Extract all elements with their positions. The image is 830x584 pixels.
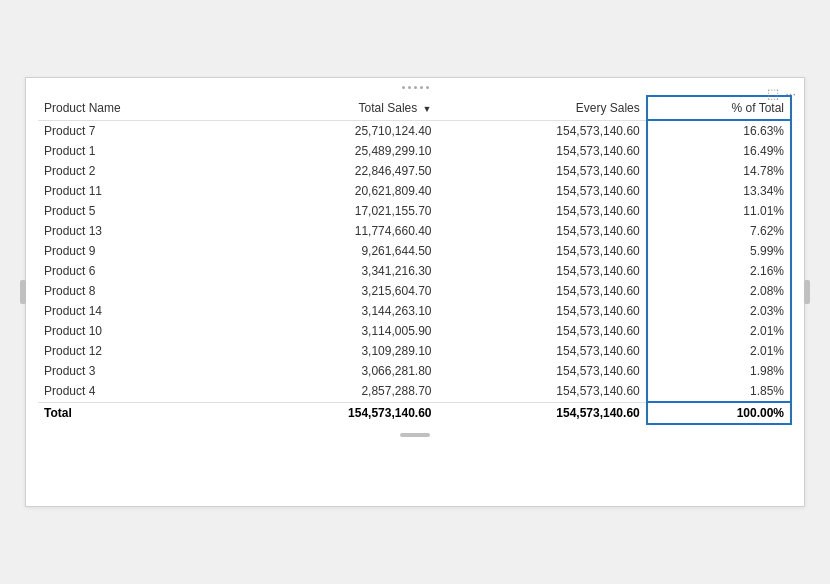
table-row: Product 12 3,109,289.10 154,573,140.60 2…	[38, 341, 791, 361]
table-container: Product Name Total Sales ▼ Every Sales %…	[30, 95, 800, 425]
cell-total-sales: 3,341,216.30	[230, 261, 437, 281]
col-total-sales[interactable]: Total Sales ▼	[230, 96, 437, 120]
cell-every-sales: 154,573,140.60	[438, 241, 647, 261]
cell-pct-total: 16.49%	[647, 141, 791, 161]
cell-every-sales: 154,573,140.60	[438, 181, 647, 201]
cell-pct-total: 2.08%	[647, 281, 791, 301]
table-row: Product 5 17,021,155.70 154,573,140.60 1…	[38, 201, 791, 221]
cell-pct-total: 2.16%	[647, 261, 791, 281]
cell-total-sales: 9,261,644.50	[230, 241, 437, 261]
cell-product-name: Product 11	[38, 181, 230, 201]
cell-total-sales: 20,621,809.40	[230, 181, 437, 201]
table-row: Product 4 2,857,288.70 154,573,140.60 1.…	[38, 381, 791, 402]
left-resize-handle[interactable]	[20, 280, 26, 304]
footer-total-sales: 154,573,140.60	[230, 402, 437, 424]
cell-pct-total: 1.85%	[647, 381, 791, 402]
top-bar: ⬚ ···	[30, 86, 800, 89]
table-row: Product 8 3,215,604.70 154,573,140.60 2.…	[38, 281, 791, 301]
footer-pct-total: 100.00%	[647, 402, 791, 424]
cell-total-sales: 3,066,281.80	[230, 361, 437, 381]
more-icon[interactable]: ···	[785, 86, 796, 101]
cell-total-sales: 3,109,289.10	[230, 341, 437, 361]
cell-product-name: Product 12	[38, 341, 230, 361]
col-product-name: Product Name	[38, 96, 230, 120]
cell-total-sales: 17,021,155.70	[230, 201, 437, 221]
cell-product-name: Product 2	[38, 161, 230, 181]
cell-total-sales: 3,114,005.90	[230, 321, 437, 341]
cell-total-sales: 3,215,604.70	[230, 281, 437, 301]
cell-pct-total: 5.99%	[647, 241, 791, 261]
cell-every-sales: 154,573,140.60	[438, 301, 647, 321]
table-row: Product 13 11,774,660.40 154,573,140.60 …	[38, 221, 791, 241]
cell-every-sales: 154,573,140.60	[438, 261, 647, 281]
cell-product-name: Product 1	[38, 141, 230, 161]
table-row: Product 10 3,114,005.90 154,573,140.60 2…	[38, 321, 791, 341]
table-row: Product 11 20,621,809.40 154,573,140.60 …	[38, 181, 791, 201]
cell-pct-total: 2.01%	[647, 321, 791, 341]
sort-desc-icon: ▼	[423, 104, 432, 114]
table-row: Product 2 22,846,497.50 154,573,140.60 1…	[38, 161, 791, 181]
cell-product-name: Product 5	[38, 201, 230, 221]
cell-every-sales: 154,573,140.60	[438, 381, 647, 402]
cell-every-sales: 154,573,140.60	[438, 281, 647, 301]
footer-row: Total 154,573,140.60 154,573,140.60 100.…	[38, 402, 791, 424]
cell-pct-total: 16.63%	[647, 120, 791, 141]
cell-total-sales: 11,774,660.40	[230, 221, 437, 241]
cell-every-sales: 154,573,140.60	[438, 341, 647, 361]
cell-product-name: Product 7	[38, 120, 230, 141]
header-row: Product Name Total Sales ▼ Every Sales %…	[38, 96, 791, 120]
cell-product-name: Product 6	[38, 261, 230, 281]
cell-product-name: Product 8	[38, 281, 230, 301]
cell-pct-total: 2.01%	[647, 341, 791, 361]
cell-every-sales: 154,573,140.60	[438, 321, 647, 341]
cell-pct-total: 1.98%	[647, 361, 791, 381]
bottom-handle[interactable]	[30, 433, 800, 437]
cell-total-sales: 3,144,263.10	[230, 301, 437, 321]
cell-total-sales: 2,857,288.70	[230, 381, 437, 402]
cell-pct-total: 14.78%	[647, 161, 791, 181]
cell-product-name: Product 3	[38, 361, 230, 381]
table-row: Product 14 3,144,263.10 154,573,140.60 2…	[38, 301, 791, 321]
data-card: ⬚ ··· Product Name Total Sales ▼ Every S…	[25, 77, 805, 507]
table-row: Product 6 3,341,216.30 154,573,140.60 2.…	[38, 261, 791, 281]
data-table: Product Name Total Sales ▼ Every Sales %…	[38, 95, 792, 425]
top-icons: ⬚ ···	[767, 86, 796, 101]
cell-every-sales: 154,573,140.60	[438, 161, 647, 181]
expand-icon[interactable]: ⬚	[767, 86, 779, 101]
cell-pct-total: 13.34%	[647, 181, 791, 201]
col-every-sales: Every Sales	[438, 96, 647, 120]
cell-total-sales: 22,846,497.50	[230, 161, 437, 181]
footer-label: Total	[38, 402, 230, 424]
table-row: Product 9 9,261,644.50 154,573,140.60 5.…	[38, 241, 791, 261]
cell-product-name: Product 9	[38, 241, 230, 261]
cell-every-sales: 154,573,140.60	[438, 361, 647, 381]
cell-every-sales: 154,573,140.60	[438, 201, 647, 221]
drag-handle[interactable]	[402, 86, 429, 89]
cell-product-name: Product 14	[38, 301, 230, 321]
cell-total-sales: 25,710,124.40	[230, 120, 437, 141]
table-row: Product 7 25,710,124.40 154,573,140.60 1…	[38, 120, 791, 141]
table-row: Product 1 25,489,299.10 154,573,140.60 1…	[38, 141, 791, 161]
cell-product-name: Product 4	[38, 381, 230, 402]
table-row: Product 3 3,066,281.80 154,573,140.60 1.…	[38, 361, 791, 381]
cell-product-name: Product 10	[38, 321, 230, 341]
cell-product-name: Product 13	[38, 221, 230, 241]
cell-pct-total: 11.01%	[647, 201, 791, 221]
cell-every-sales: 154,573,140.60	[438, 141, 647, 161]
right-resize-handle[interactable]	[804, 280, 810, 304]
cell-pct-total: 2.03%	[647, 301, 791, 321]
cell-every-sales: 154,573,140.60	[438, 120, 647, 141]
cell-pct-total: 7.62%	[647, 221, 791, 241]
footer-every-sales: 154,573,140.60	[438, 402, 647, 424]
cell-total-sales: 25,489,299.10	[230, 141, 437, 161]
cell-every-sales: 154,573,140.60	[438, 221, 647, 241]
